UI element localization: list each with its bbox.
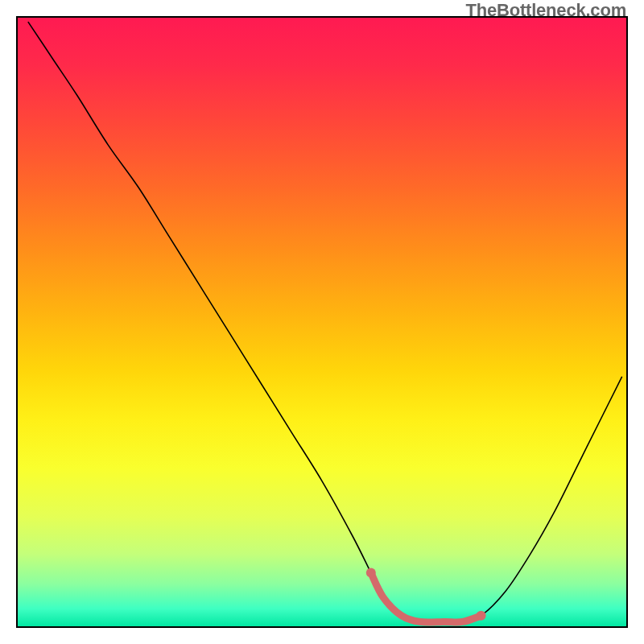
chart-container: TheBottleneck.com [0, 0, 644, 644]
highlight-dot [477, 611, 486, 621]
highlight-dot [366, 568, 376, 578]
gradient-rect [17, 17, 627, 627]
bottleneck-chart [16, 16, 628, 628]
